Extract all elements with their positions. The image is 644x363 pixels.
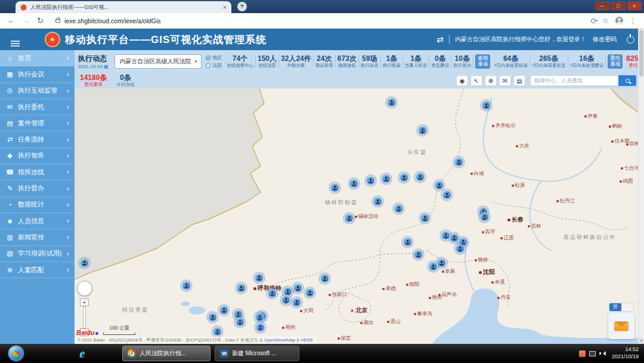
tray-window-icon[interactable] — [589, 351, 596, 356]
forward-icon[interactable]: → — [22, 17, 30, 24]
sidebar-item-statistics[interactable]: ◔数据统计‹ — [0, 197, 75, 213]
message-icon[interactable]: ✉ — [499, 75, 511, 86]
internet-explorer-icon[interactable]: e — [75, 346, 89, 361]
map-marker[interactable] — [281, 296, 290, 304]
map-marker[interactable] — [80, 259, 89, 267]
browser-tab[interactable]: 人民法院执行指挥——GIS可视... × — [16, 1, 231, 13]
map-marker[interactable] — [414, 250, 423, 259]
map-marker[interactable] — [320, 274, 329, 283]
sidebar-item-monitor[interactable]: ◎执行互动监管‹ — [0, 83, 75, 99]
court-select-dropdown[interactable]: 内蒙古自治区高级人民法院 ▾ — [114, 54, 202, 69]
switch-system-icon[interactable]: ⇄ — [436, 35, 444, 44]
globe-icon[interactable]: ⊕ — [485, 75, 497, 86]
message-toggle[interactable]: 开 — [609, 303, 633, 311]
minimize-button[interactable]: ─ — [595, 2, 609, 10]
date-picker[interactable]: 2021-10-19 ▦ — [78, 64, 108, 69]
scrollbar-thumb[interactable] — [639, 30, 643, 76]
message-panel[interactable] — [608, 313, 634, 339]
refresh-icon[interactable]: ↻ — [37, 17, 44, 24]
map-marker[interactable] — [420, 214, 429, 223]
sidebar-item-training[interactable]: ▧学习培训(试用)‹ — [0, 246, 75, 262]
map-marker[interactable] — [345, 214, 354, 223]
map-marker[interactable] — [450, 233, 459, 242]
map-marker[interactable] — [441, 231, 450, 240]
map-marker[interactable] — [293, 284, 302, 293]
start-button[interactable] — [8, 346, 24, 361]
map-marker[interactable] — [482, 101, 491, 110]
toggle-off-segment[interactable] — [621, 303, 633, 311]
map-marker[interactable] — [256, 323, 265, 332]
radio-option[interactable]: 法院 — [206, 62, 222, 69]
map-marker[interactable] — [418, 126, 427, 135]
map-marker[interactable] — [416, 173, 425, 182]
sidebar-item-supervise[interactable]: ✎执行督办‹ — [0, 180, 75, 196]
map-marker[interactable] — [387, 98, 396, 107]
hamburger-menu-icon[interactable] — [11, 43, 20, 44]
password-key-icon[interactable] — [591, 19, 596, 23]
sidebar-item-case[interactable]: ▤案件管理‹ — [0, 115, 75, 131]
page-scrollbar[interactable]: ▼ — [638, 29, 644, 344]
map-marker[interactable] — [292, 298, 301, 307]
zoom-slider[interactable] — [83, 306, 86, 328]
zoom-in-button[interactable]: + — [80, 299, 89, 306]
map-marker[interactable] — [429, 262, 438, 271]
map-marker[interactable] — [182, 281, 191, 290]
tab-close-icon[interactable]: × — [223, 4, 227, 11]
map-marker[interactable] — [400, 173, 408, 182]
map-marker[interactable] — [236, 318, 244, 327]
map-marker[interactable] — [382, 174, 391, 183]
sidebar-item-personnel[interactable]: ☻人员信息‹ — [0, 213, 75, 229]
attribution-here-link[interactable]: HERE — [301, 337, 313, 343]
bookmark-star-icon[interactable]: ☆ — [602, 17, 609, 25]
new-tab-button[interactable]: + — [237, 2, 247, 11]
map-marker[interactable] — [456, 244, 465, 253]
map-marker[interactable] — [373, 197, 382, 206]
map-marker[interactable] — [480, 213, 489, 222]
scroll-down-icon[interactable]: ▼ — [639, 338, 644, 344]
attribution-osm-link[interactable]: OpenStreetMap — [264, 337, 295, 343]
map-marker[interactable] — [237, 284, 246, 293]
profile-avatar-icon[interactable] — [615, 17, 623, 24]
select-icon[interactable]: ↖ — [470, 75, 482, 86]
sidebar-item-meeting[interactable]: ▦执行会议‹ — [0, 66, 75, 82]
sidebar-item-hotline[interactable]: ☎指挥连线‹ — [0, 164, 75, 180]
map-marker[interactable] — [437, 259, 446, 267]
radio-selected[interactable]: 地区 — [206, 54, 222, 61]
tray-security-icon[interactable] — [579, 350, 586, 357]
gis-map[interactable]: 呼和浩特★北京沈阳长春锡林浩特齐齐哈尔大庆伊春鹤岗佳木斯双鸭山七台河鸡西牡丹江白… — [75, 88, 638, 344]
taskbar-chrome-window[interactable]: 人民法院执行指... — [122, 346, 210, 361]
back-icon[interactable]: ← — [7, 17, 15, 24]
map-marker[interactable] — [403, 238, 412, 247]
map-marker[interactable] — [305, 288, 314, 297]
map-marker[interactable] — [283, 287, 292, 296]
sidebar-item-news[interactable]: ▥新闻宣传‹ — [0, 229, 75, 245]
sidebar-item-match[interactable]: ⊕人案匹配‹ — [0, 262, 75, 278]
toggle-on-label[interactable]: 开 — [609, 303, 621, 311]
url-field[interactable]: iexe.shgbitcloud.com/iexe/a/oldGis — [51, 17, 584, 24]
logout-power-icon[interactable] — [627, 36, 634, 44]
change-password-link[interactable]: 修改密码 — [593, 35, 617, 44]
map-marker[interactable] — [208, 313, 217, 322]
map-marker[interactable] — [349, 179, 358, 188]
sidebar-item-knowledge[interactable]: ◆执行智库‹ — [0, 148, 75, 164]
map-marker[interactable] — [255, 313, 264, 322]
browser-menu-icon[interactable]: ⋮ — [630, 17, 637, 25]
map-marker[interactable] — [435, 181, 444, 190]
map-marker[interactable] — [213, 327, 222, 336]
map-marker[interactable] — [454, 158, 463, 167]
sidebar-item-delegate[interactable]: ✉执行委托‹ — [0, 99, 75, 115]
map-marker[interactable] — [268, 289, 277, 298]
map-marker[interactable] — [255, 273, 264, 282]
tray-volume-icon[interactable] — [599, 350, 606, 357]
search-input[interactable] — [530, 75, 618, 86]
map-marker[interactable] — [330, 183, 339, 192]
map-marker[interactable] — [394, 204, 403, 213]
sidebar-item-task-flow[interactable]: ⇄任务流转‹ — [0, 131, 75, 147]
layers-icon[interactable]: ▤ — [513, 75, 525, 86]
close-button[interactable]: × — [627, 2, 642, 10]
map-marker[interactable] — [442, 190, 451, 199]
sidebar-item-home[interactable]: ⌂首页› — [0, 50, 75, 66]
map-pan-control[interactable] — [77, 281, 92, 296]
maximize-button[interactable]: □ — [611, 2, 626, 10]
map-marker[interactable] — [366, 176, 375, 185]
